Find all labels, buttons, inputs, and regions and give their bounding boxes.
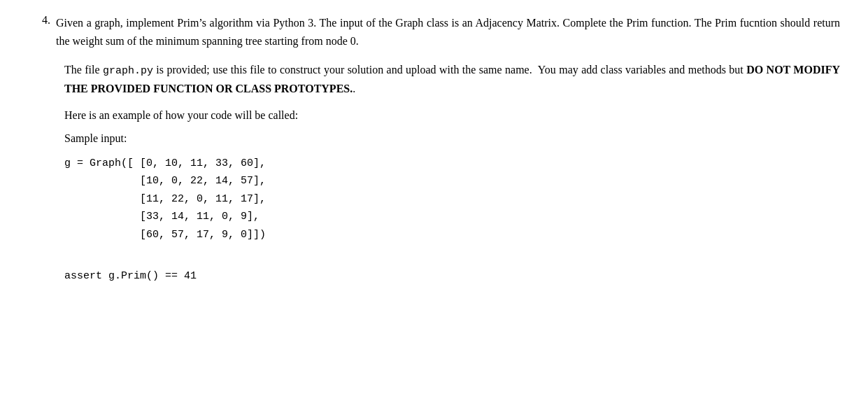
code-block: g = Graph([ [0, 10, 11, 33, 60], [10, 0,…: [64, 155, 840, 244]
assert-line: assert g.Prim() == 41: [64, 267, 840, 286]
example-label: Here is an example of how your code will…: [64, 106, 840, 125]
file-instruction-paragraph: The file graph.py is provided; use this …: [64, 61, 840, 98]
sample-label: Sample input:: [64, 129, 840, 148]
problem-description: Given a graph, implement Prim’s algorith…: [56, 14, 840, 50]
filename: graph.py: [103, 65, 153, 77]
spacer: [42, 251, 840, 260]
problem-item: 4. Given a graph, implement Prim’s algor…: [42, 14, 840, 50]
content-area: 4. Given a graph, implement Prim’s algor…: [42, 14, 840, 286]
bold-instruction: DO NOT MODIFY THE PROVIDED FUNCTION OR C…: [64, 64, 840, 94]
problem-number: 4.: [42, 14, 50, 50]
